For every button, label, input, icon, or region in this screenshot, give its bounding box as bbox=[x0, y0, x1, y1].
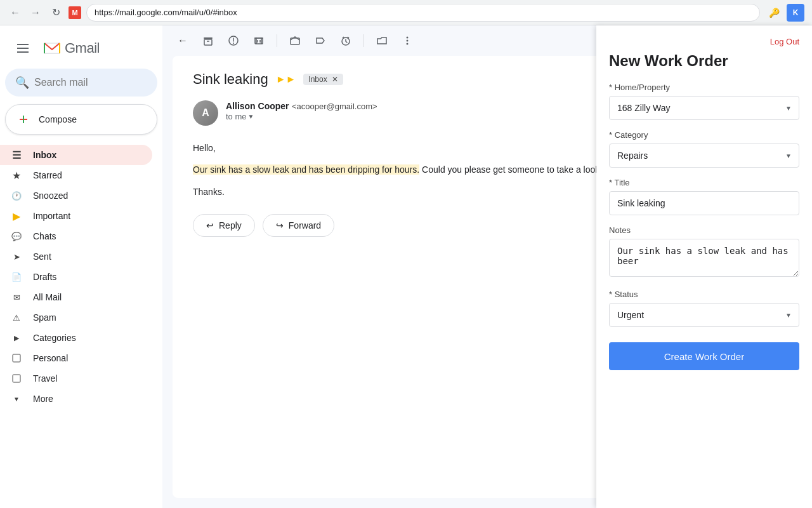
avatar: A bbox=[193, 100, 218, 126]
delete-button[interactable] bbox=[249, 30, 269, 51]
travel-label: Travel bbox=[33, 373, 142, 384]
back-button[interactable]: ← bbox=[8, 5, 23, 20]
back-to-list-button[interactable]: ← bbox=[173, 30, 193, 51]
home-property-label: * Home/Property bbox=[609, 83, 799, 92]
reply-button[interactable]: ↩ Reply bbox=[193, 214, 255, 237]
title-input[interactable] bbox=[609, 191, 799, 215]
compose-plus-icon bbox=[16, 112, 31, 127]
spam-label: Spam bbox=[33, 312, 142, 323]
search-area: 🔍 bbox=[0, 69, 162, 104]
sent-icon: ➤ bbox=[10, 250, 23, 263]
spam-icon: ⚠ bbox=[10, 311, 23, 324]
status-label: * Status bbox=[609, 290, 799, 299]
sent-label: Sent bbox=[33, 251, 142, 262]
refresh-button[interactable]: ↻ bbox=[48, 5, 63, 20]
sidebar-item-drafts[interactable]: 📄 Drafts bbox=[0, 267, 152, 287]
title-field: * Title bbox=[609, 178, 799, 215]
compose-label: Compose bbox=[39, 114, 77, 124]
sidebar-item-travel[interactable]: Travel bbox=[0, 368, 152, 389]
create-btn-label: Create Work Order bbox=[664, 351, 744, 362]
email-subject: Sink leaking bbox=[193, 71, 268, 88]
work-order-panel: Log Out New Work Order * Home/Property 1… bbox=[596, 25, 812, 508]
more-options-button[interactable] bbox=[397, 30, 417, 51]
panel-title: New Work Order bbox=[609, 52, 799, 70]
chats-icon: 💬 bbox=[10, 230, 23, 243]
gmail-logo-text: Gmail bbox=[65, 40, 100, 57]
label-button[interactable] bbox=[310, 30, 331, 51]
status-select[interactable]: Urgent Normal Low bbox=[609, 303, 799, 327]
notes-textarea[interactable] bbox=[609, 239, 799, 277]
home-property-select[interactable]: 168 Zilly Way Other bbox=[609, 96, 799, 120]
notes-label: Notes bbox=[609, 225, 799, 235]
sidebar-item-important[interactable]: ▶ Important bbox=[0, 206, 152, 226]
sidebar-item-personal[interactable]: Personal bbox=[0, 348, 152, 368]
personal-icon bbox=[10, 352, 23, 364]
forward-button[interactable]: ↪ Forward bbox=[263, 214, 334, 237]
sidebar-item-inbox[interactable]: ☰ Inbox bbox=[0, 145, 152, 165]
reply-icon: ↩ bbox=[206, 220, 214, 231]
forward-label: Forward bbox=[289, 220, 321, 231]
logout-area: Log Out bbox=[609, 36, 799, 47]
svg-rect-6 bbox=[204, 37, 213, 39]
category-select-wrap: Repairs Maintenance Inspection bbox=[609, 144, 799, 168]
address-bar[interactable]: https://mail.google.com/mail/u/0/#inbox bbox=[86, 4, 760, 22]
all-mail-label: All Mail bbox=[33, 292, 142, 302]
toolbar-divider-1 bbox=[277, 34, 277, 47]
create-work-order-button[interactable]: Create Work Order bbox=[609, 342, 799, 370]
travel-icon bbox=[10, 372, 23, 385]
snoozed-label: Snoozed bbox=[33, 190, 142, 201]
personal-label: Personal bbox=[33, 353, 142, 363]
category-select[interactable]: Repairs Maintenance Inspection bbox=[609, 144, 799, 168]
drafts-icon: 📄 bbox=[10, 271, 23, 283]
to-me-chevron[interactable]: ▼ bbox=[248, 113, 254, 120]
snooze-button[interactable] bbox=[336, 30, 356, 51]
svg-rect-7 bbox=[204, 39, 212, 45]
sidebar-item-all-mail[interactable]: ✉ All Mail bbox=[0, 287, 152, 307]
status-select-wrap: Urgent Normal Low bbox=[609, 303, 799, 327]
hamburger-button[interactable] bbox=[10, 36, 36, 61]
sidebar-item-spam[interactable]: ⚠ Spam bbox=[0, 307, 152, 328]
sender-name: Allison Cooper bbox=[226, 101, 289, 111]
email-rest-text: Could you please get someone to take a l… bbox=[422, 164, 605, 175]
more-label: More bbox=[33, 394, 142, 404]
gmail-logo: Gmail bbox=[42, 38, 100, 58]
sidebar-item-sent[interactable]: ➤ Sent bbox=[0, 246, 152, 267]
all-mail-icon: ✉ bbox=[10, 291, 23, 304]
sidebar-item-starred[interactable]: ★ Starred bbox=[0, 165, 152, 185]
notes-field: Notes bbox=[609, 225, 799, 279]
extension-icon[interactable]: K bbox=[787, 4, 804, 22]
search-icon: 🔍 bbox=[15, 76, 29, 90]
forward-arrow-icon: ►► bbox=[276, 74, 296, 85]
sidebar-item-chats[interactable]: 💬 Chats bbox=[0, 226, 152, 246]
app-container: Gmail 🔍 Compose ☰ Inbox ★ Starred bbox=[0, 25, 812, 508]
sidebar-item-categories[interactable]: ▶ Categories bbox=[0, 328, 152, 348]
svg-point-23 bbox=[407, 40, 409, 42]
important-label: Important bbox=[33, 211, 142, 221]
forward-button[interactable]: → bbox=[28, 5, 43, 20]
category-label: * Category bbox=[609, 130, 799, 140]
report-spam-button[interactable] bbox=[223, 30, 244, 51]
logout-link[interactable]: Log Out bbox=[770, 37, 799, 46]
sender-email: <acooper@gmail.com> bbox=[292, 102, 377, 111]
compose-button[interactable]: Compose bbox=[5, 104, 157, 135]
svg-point-22 bbox=[407, 37, 409, 39]
sidebar-item-more[interactable]: ▼ More bbox=[0, 389, 152, 409]
key-icon[interactable]: 🔑 bbox=[765, 4, 783, 22]
sidebar-item-snoozed[interactable]: 🕐 Snoozed bbox=[0, 185, 152, 206]
gmail-logo-svg bbox=[42, 38, 62, 58]
move-to-button[interactable] bbox=[285, 30, 305, 51]
archive-button[interactable] bbox=[198, 30, 218, 51]
category-field: * Category Repairs Maintenance Inspectio… bbox=[609, 130, 799, 168]
title-label: * Title bbox=[609, 178, 799, 187]
inbox-badge-text: Inbox bbox=[308, 75, 327, 84]
search-input[interactable] bbox=[34, 77, 161, 88]
sidebar: Gmail 🔍 Compose ☰ Inbox ★ Starred bbox=[0, 25, 162, 508]
browser-icons: 🔑 K bbox=[765, 4, 804, 22]
email-area: ← bbox=[162, 25, 812, 508]
categories-icon: ▶ bbox=[10, 331, 23, 344]
sidebar-header: Gmail bbox=[0, 30, 162, 69]
move-folder-button[interactable] bbox=[372, 30, 392, 51]
to-me-text: to me bbox=[226, 112, 247, 121]
inbox-badge-close[interactable]: ✕ bbox=[332, 75, 338, 84]
email-highlighted: Our sink has a slow leak and has been dr… bbox=[193, 164, 419, 175]
